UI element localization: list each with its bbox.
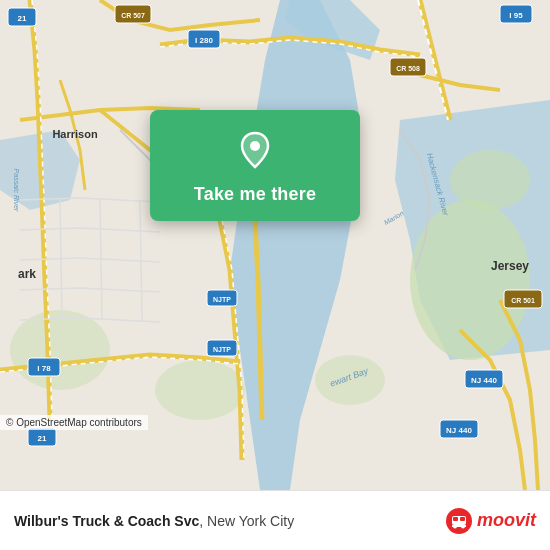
take-me-there-button[interactable]: Take me there — [194, 184, 316, 205]
moovit-logo: moovit — [445, 507, 536, 535]
svg-text:ark: ark — [18, 267, 36, 281]
svg-point-7 — [10, 310, 110, 390]
svg-text:I 280: I 280 — [195, 36, 213, 45]
svg-point-8 — [155, 360, 245, 420]
moovit-bus-icon — [445, 507, 473, 535]
action-card[interactable]: Take me there — [150, 110, 360, 221]
location-pin-icon — [233, 128, 277, 172]
moovit-brand-text: moovit — [477, 510, 536, 531]
svg-text:NJ 440: NJ 440 — [446, 426, 472, 435]
copyright-notice: © OpenStreetMap contributors — [0, 415, 148, 430]
svg-text:21: 21 — [18, 14, 27, 23]
location-city: , New York City — [199, 513, 294, 529]
svg-point-6 — [450, 150, 530, 210]
svg-point-42 — [250, 141, 260, 151]
svg-text:NJTP: NJTP — [213, 346, 231, 353]
svg-text:CR 507: CR 507 — [121, 12, 145, 19]
svg-text:Jersey: Jersey — [491, 259, 529, 273]
map-container[interactable]: 21 CR 507 I 280 I 95 CR 508 Harrison NJT… — [0, 0, 550, 490]
svg-text:NJTP: NJTP — [213, 296, 231, 303]
bottom-bar: Wilbur's Truck & Coach Svc, New York Cit… — [0, 490, 550, 550]
location-info: Wilbur's Truck & Coach Svc, New York Cit… — [14, 513, 445, 529]
svg-text:CR 508: CR 508 — [396, 65, 420, 72]
svg-text:21: 21 — [38, 434, 47, 443]
svg-text:I 78: I 78 — [37, 364, 51, 373]
svg-rect-46 — [460, 517, 465, 521]
svg-text:I 95: I 95 — [509, 11, 523, 20]
location-name: Wilbur's Truck & Coach Svc — [14, 513, 199, 529]
svg-text:Harrison: Harrison — [52, 128, 98, 140]
svg-rect-45 — [453, 517, 458, 521]
svg-text:NJ 440: NJ 440 — [471, 376, 497, 385]
svg-text:CR 501: CR 501 — [511, 297, 535, 304]
svg-text:Passaic River: Passaic River — [13, 169, 20, 212]
svg-rect-49 — [452, 525, 466, 527]
